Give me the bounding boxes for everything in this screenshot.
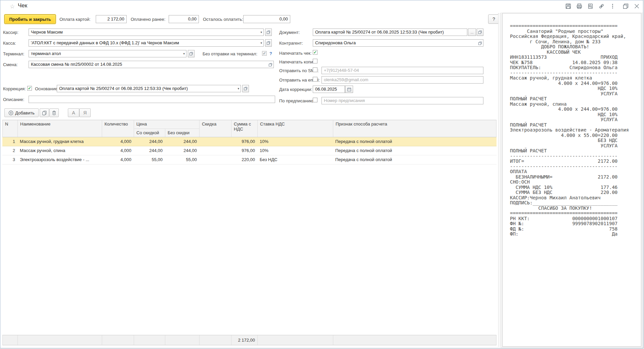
terminal-label: Терминал: [3, 51, 24, 56]
close-icon[interactable] [634, 3, 640, 9]
paid-earlier-input[interactable]: 0,00 [169, 15, 199, 23]
cashier-label: Кассир: [3, 30, 18, 35]
counterparty-field[interactable]: Спиридонова Ольга [313, 39, 483, 47]
column-header-price-disc[interactable]: Со скидкой [134, 129, 165, 137]
basis-open-button[interactable] [242, 85, 249, 92]
left-to-pay-input[interactable]: 0,00 [243, 15, 290, 23]
correction-date-field[interactable]: 06.08.2025 [313, 86, 345, 93]
column-header-price[interactable]: Цена [134, 120, 200, 129]
shift-label: Смена: [3, 62, 18, 67]
delete-row-button[interactable] [49, 108, 59, 117]
preview-icon[interactable] [587, 3, 593, 9]
terminal-open-button[interactable] [188, 50, 195, 57]
left-to-pay-label: Осталось оплатить: [203, 17, 243, 22]
column-header-discount[interactable]: Скидка [200, 120, 231, 137]
items-table-header: N Наименование Количество Цена Скидка Су… [2, 120, 497, 137]
correction-label: Коррекция: [3, 86, 26, 91]
document-value: Оплата картой № 25/00274 от 06.08.2025 1… [315, 30, 444, 35]
copy-icon [42, 110, 47, 115]
more-icon[interactable] [609, 3, 615, 9]
document-open-button[interactable] [477, 29, 483, 36]
card-payment-input[interactable]: 2 172,00 [96, 15, 127, 23]
link-icon[interactable] [598, 3, 604, 9]
basis-value: Оплата картой № 25/00274 от 06.08.2025 1… [59, 86, 188, 91]
save-icon[interactable] [565, 3, 571, 9]
send-email-checkbox[interactable] [313, 77, 317, 82]
restore-window-icon[interactable] [622, 3, 629, 9]
description-field[interactable] [29, 96, 275, 103]
print-copy-label: Напечатать копию: [279, 59, 317, 64]
basis-field[interactable]: Оплата картой № 25/00274 от 06.08.2025 1… [57, 85, 241, 92]
email-field[interactable]: olenka259@gmail.com [321, 76, 483, 84]
cash-register-field[interactable]: 'АТОЛ:ККТ с передачей данных в ОФД 10.x … [29, 39, 264, 47]
column-header-vat[interactable]: Ставка НДС [258, 120, 333, 137]
open-icon[interactable] [268, 62, 272, 68]
trash-icon [52, 110, 56, 115]
sort-descending-button[interactable]: Я [79, 108, 91, 117]
sort-ascending-button[interactable]: А [68, 108, 79, 117]
no-terminal-checkbox[interactable]: ✓ [262, 51, 267, 56]
receipt-text: ====================================== С… [510, 23, 641, 237]
titlebar-icon-bar [565, 3, 640, 9]
plus-circle-icon [8, 110, 13, 115]
table-row[interactable]: 3 Электроаэрозоль воздействие - ... 4,00… [2, 155, 497, 164]
copy-row-button[interactable] [40, 108, 49, 117]
help-button[interactable]: ? [488, 14, 500, 24]
chevron-down-icon[interactable]: ▾ [183, 50, 185, 57]
add-row-label: Добавить [15, 110, 34, 115]
column-header-price-nodisc[interactable]: Без скидки [165, 129, 200, 137]
description-label: Описание: [3, 97, 24, 102]
terminal-field[interactable]: терминал атол ▾ [29, 50, 186, 57]
column-header-name[interactable]: Наименование [18, 120, 102, 137]
table-row[interactable]: 2 Массаж ручной, спина 4,000 244,00 244,… [2, 146, 497, 155]
column-header-sum[interactable]: Сумма с НДС [231, 120, 258, 137]
items-table-footer: 2 172,00 [2, 335, 497, 345]
counterparty-label: Контрагент: [279, 41, 303, 46]
correction-date-label: Дата коррекции: [279, 87, 312, 92]
no-terminal-label: Без отправки на терминал: [203, 51, 257, 56]
column-header-qty[interactable]: Количество [102, 120, 134, 137]
chevron-down-icon[interactable]: ▾ [260, 29, 262, 36]
cashier-field[interactable]: Чернов Максим ▾ [29, 29, 264, 36]
open-icon[interactable] [478, 41, 482, 47]
print-copy-checkbox[interactable] [313, 59, 317, 63]
print-check-checkbox[interactable]: ✓ [313, 50, 317, 55]
receipt-paper: ====================================== С… [502, 13, 641, 347]
chevron-down-icon[interactable]: ▾ [260, 40, 262, 46]
shift-field[interactable]: Кассовая смена № пп25/00002 от 14.08.202… [29, 61, 274, 68]
prescription-label: По предписанию: [279, 98, 314, 103]
basis-label: Основание: [35, 86, 58, 91]
correction-checkbox[interactable]: ✓ [27, 86, 32, 91]
column-header-num[interactable]: N [3, 120, 18, 137]
terminal-value: терминал атол [31, 51, 61, 56]
document-field[interactable]: Оплата картой № 25/00274 от 06.08.2025 1… [313, 29, 467, 36]
cashier-value: Чернов Максим [31, 30, 63, 35]
cash-register-label: Касса: [3, 41, 16, 46]
favorite-star-icon[interactable]: ☆ [10, 3, 15, 10]
no-terminal-help-link[interactable]: ? [269, 51, 272, 56]
submit-and-close-button[interactable]: Пробить и закрыть [4, 14, 56, 24]
add-row-button[interactable]: Добавить [4, 108, 39, 117]
sms-phone-field[interactable]: +7(912)448-57-04 [321, 67, 483, 74]
prescription-checkbox[interactable] [313, 98, 317, 102]
card-payment-label: Оплата картой: [59, 17, 90, 22]
panel-splitter[interactable] [498, 13, 500, 347]
send-sms-checkbox[interactable] [313, 67, 317, 72]
column-header-method[interactable]: Признак способа расчета [333, 120, 496, 137]
counterparty-value: Спиридонова Ольга [315, 40, 356, 45]
shift-value: Кассовая смена № пп25/00002 от 14.08.202… [31, 62, 122, 67]
document-label: Документ: [279, 30, 300, 35]
prescription-number-field[interactable]: Номер предписания [321, 97, 483, 104]
table-row[interactable]: 1 Массаж ручной, грудная клетка 4,000 24… [2, 137, 497, 146]
document-more-button[interactable]: ... [468, 29, 476, 36]
cash-register-open-button[interactable] [265, 39, 272, 47]
print-icon[interactable] [576, 3, 582, 9]
paid-earlier-label: Оплачено ранее: [131, 17, 165, 22]
receipt-form-window: ☆ Чек Пробить и закрыть Оплата картой: 2… [0, 0, 643, 348]
footer-total: 2 172,00 [231, 335, 258, 345]
cashier-open-button[interactable] [265, 29, 272, 36]
chevron-down-icon[interactable]: ▾ [238, 85, 239, 92]
calendar-icon[interactable] [345, 86, 353, 93]
page-title: Чек [18, 2, 27, 9]
cash-register-value: 'АТОЛ:ККТ с передачей данных в ОФД 10.x … [31, 40, 179, 45]
